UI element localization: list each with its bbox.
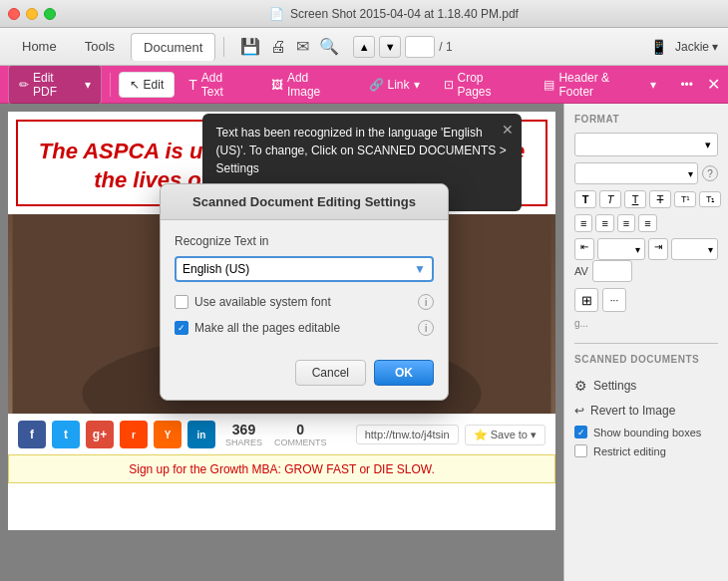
header-footer-button[interactable]: ▤ Header & Footer ▾ <box>534 66 666 104</box>
show-bounding-boxes-row: ✓ Show bounding boxes <box>574 423 718 441</box>
revert-to-image-item[interactable]: ↩ Revert to Image <box>574 399 718 423</box>
prev-page-button[interactable]: ▲ <box>353 36 375 58</box>
scanned-settings-modal: Scanned Document Editing Settings Recogn… <box>160 183 449 401</box>
facebook-button[interactable]: f <box>18 421 46 448</box>
close-window-button[interactable] <box>8 8 20 20</box>
right-panel: FORMAT ▾ ▾ ? T T T T T¹ T₁ ≡ <box>563 104 728 581</box>
size-arrow: ▾ <box>688 168 693 179</box>
av-input[interactable] <box>592 260 632 282</box>
indent-decrease-button[interactable]: ⇤ <box>574 238 594 260</box>
align-left-button[interactable]: ≡ <box>574 214 592 232</box>
edit-pdf-button[interactable]: ✏ Edit PDF ▾ <box>8 65 102 105</box>
comment-count: 0 COMMENTS <box>274 422 327 447</box>
email-icon[interactable]: ✉ <box>296 37 309 56</box>
tooltip-close-button[interactable]: ✕ <box>502 120 514 141</box>
revert-icon: ↩ <box>574 404 584 418</box>
crop-icon: ⊡ <box>444 78 454 92</box>
strikethrough-button[interactable]: T <box>649 190 671 208</box>
italic-button[interactable]: T <box>599 190 621 208</box>
hackernews-button[interactable]: Y <box>154 421 182 448</box>
pdf-area: ✕ Text has been recognized in the langua… <box>0 104 563 581</box>
twitter-button[interactable]: t <box>52 421 80 448</box>
crop-pages-button[interactable]: ⊡ Crop Pages <box>434 66 531 104</box>
text-icon: T <box>188 77 197 93</box>
add-image-button[interactable]: 🖼 Add Image <box>261 66 355 104</box>
font-size-row: ▾ ? <box>574 162 718 184</box>
spacing-arrow: ▾ <box>635 244 640 255</box>
nav-tab-document[interactable]: Document <box>131 33 215 61</box>
social-bar: f t g+ r Y in 369 SHARES 0 COMMENTS http… <box>8 414 555 454</box>
save-to-button[interactable]: ⭐ Save to ▾ <box>465 425 546 445</box>
google-plus-button[interactable]: g+ <box>86 421 114 448</box>
edit-pdf-chevron: ▾ <box>85 78 91 92</box>
embed-icon-button[interactable]: ··· <box>602 288 626 312</box>
next-page-button[interactable]: ▼ <box>379 36 401 58</box>
nav-divider <box>223 37 224 57</box>
article-url: http://tnw.to/j4tsin <box>356 425 459 444</box>
indent-increase-button[interactable]: ⇥ <box>648 238 668 260</box>
more-icon: ••• <box>680 78 693 92</box>
add-text-button[interactable]: T Add Text <box>179 66 257 104</box>
show-bounding-boxes-checkbox[interactable]: ✓ <box>574 426 587 438</box>
toolbar-close-button[interactable]: ✕ <box>707 75 720 94</box>
nav-icons: 💾 🖨 ✉ 🔍 <box>240 37 339 56</box>
settings-item[interactable]: ⚙ Settings <box>574 373 718 399</box>
maximize-window-button[interactable] <box>44 8 56 20</box>
edit-button[interactable]: ↖ Edit <box>119 72 176 98</box>
pdf-icon: 📄 <box>269 7 284 21</box>
font-size-dropdown[interactable]: ▾ <box>574 162 698 184</box>
save-icon[interactable]: 💾 <box>240 37 260 56</box>
restrict-editing-checkbox[interactable] <box>574 444 587 457</box>
line-spacing-dropdown[interactable]: ▾ <box>597 238 645 260</box>
list-style-dropdown[interactable]: ▾ <box>671 238 719 260</box>
chevron-down-icon: ▾ <box>712 40 718 54</box>
recognize-label: Recognize Text in <box>175 234 434 248</box>
language-select[interactable]: English (US) ▼ <box>175 256 434 282</box>
embed-label: g... <box>574 318 718 329</box>
signup-link[interactable]: Sign up for the Growth MBA: GROW FAST or… <box>129 462 435 476</box>
reflow-icon-button[interactable]: ⊞ <box>574 288 598 312</box>
format-help-icon[interactable]: ? <box>702 165 718 181</box>
superscript-button[interactable]: T¹ <box>674 191 696 207</box>
scanned-section: SCANNED DOCUMENTS ⚙ Settings ↩ Revert to… <box>574 343 718 460</box>
linkedin-button[interactable]: in <box>187 421 215 448</box>
font-family-dropdown[interactable]: ▾ <box>574 133 718 156</box>
underline-button[interactable]: T <box>624 190 646 208</box>
print-icon[interactable]: 🖨 <box>270 38 286 56</box>
indent-row: ⇤ ▾ ⇥ ▾ <box>574 238 718 260</box>
signup-bar: Sign up for the Growth MBA: GROW FAST or… <box>8 454 555 483</box>
subscript-button[interactable]: T₁ <box>699 191 721 207</box>
panel-icon-row: ⊞ ··· <box>574 288 718 312</box>
make-editable-row: ✓ Make all the pages editable i <box>175 320 434 336</box>
bold-button[interactable]: T <box>574 190 596 208</box>
restrict-editing-row: Restrict editing <box>574 441 718 460</box>
link-button[interactable]: 🔗 Link ▾ <box>359 73 430 97</box>
align-row: ≡ ≡ ≡ ≡ <box>574 214 718 232</box>
align-center-button[interactable]: ≡ <box>595 214 613 232</box>
title-bar: 📄 Screen Shot 2015-04-04 at 1.18.40 PM.p… <box>0 0 728 28</box>
system-font-row: Use available system font i <box>175 294 434 310</box>
toolbar: ✏ Edit PDF ▾ ↖ Edit T Add Text 🖼 Add Ima… <box>0 66 728 104</box>
ok-button[interactable]: OK <box>374 360 434 386</box>
cancel-button[interactable]: Cancel <box>295 360 366 386</box>
reddit-button[interactable]: r <box>120 421 148 448</box>
system-font-checkbox[interactable] <box>175 295 188 309</box>
text-style-row: T T T T T¹ T₁ <box>574 190 718 208</box>
system-font-info-icon[interactable]: i <box>418 294 434 310</box>
select-arrow-icon: ▼ <box>414 262 426 276</box>
align-justify-button[interactable]: ≡ <box>638 214 656 232</box>
nav-tab-tools[interactable]: Tools <box>73 33 127 60</box>
more-button[interactable]: ••• <box>670 73 703 97</box>
make-editable-checkbox[interactable]: ✓ <box>175 321 188 335</box>
page-total: / 1 <box>439 40 452 54</box>
modal-body: Recognize Text in English (US) ▼ Use ava… <box>161 220 448 360</box>
nav-tab-home[interactable]: Home <box>10 33 69 60</box>
header-icon: ▤ <box>544 78 554 92</box>
page-number-input[interactable]: 1 <box>405 36 435 58</box>
link-chevron: ▾ <box>414 78 420 92</box>
minimize-window-button[interactable] <box>26 8 38 20</box>
align-right-button[interactable]: ≡ <box>617 214 635 232</box>
search-icon[interactable]: 🔍 <box>319 37 339 56</box>
profile-button[interactable]: Jackie ▾ <box>675 40 718 54</box>
make-editable-info-icon[interactable]: i <box>418 320 434 336</box>
